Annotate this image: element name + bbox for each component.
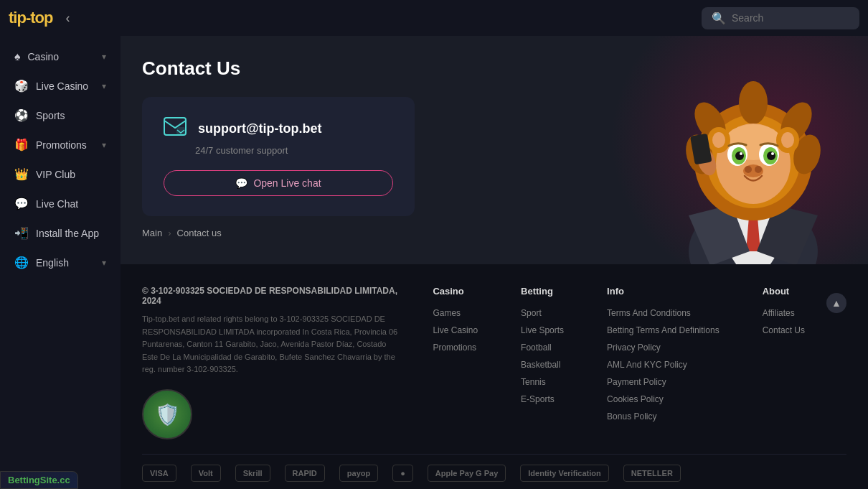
sidebar-label-live-chat: Live Chat [36, 198, 78, 210]
bettingsite-label: BettingSite.cc [8, 475, 70, 485]
footer-link[interactable]: Tennis [521, 377, 546, 387]
breadcrumb-main[interactable]: Main [142, 228, 162, 238]
chevron-icon: ▾ [102, 52, 106, 62]
bettingsite-badge: BettingSite.cc [0, 471, 78, 489]
breadcrumb: Main › Contact us [142, 216, 846, 253]
breadcrumb-current: Contact us [177, 228, 222, 238]
list-item: Sport [521, 307, 564, 318]
chat-button-label: Open Live chat [253, 177, 321, 189]
promotions-icon: 🎁 [14, 138, 29, 152]
footer-link[interactable]: Bonus Policy [607, 411, 656, 422]
language-icon: 🌐 [14, 256, 29, 269]
footer-divider [142, 454, 846, 455]
sidebar-item-casino[interactable]: ♠ Casino ▾ [4, 43, 116, 70]
logo-suffix: top [30, 9, 52, 27]
logo-prefix: tip- [9, 9, 30, 27]
footer: © 3-102-903325 SOCIEDAD DE RESPONSABILID… [121, 264, 868, 489]
svg-point-13 [739, 81, 768, 124]
footer-link[interactable]: Betting Terms And Definitions [607, 325, 720, 335]
footer-column-info: Info Terms And Conditions Betting Terms … [607, 286, 720, 439]
footer-about: © 3-102-903325 SOCIEDAD DE RESPONSABILID… [142, 286, 400, 439]
footer-link[interactable]: Promotions [433, 343, 476, 353]
sidebar: ♠ Casino ▾ 🎲 Live Casino ▾ ⚽ Sports 🎁 Pr… [0, 36, 121, 489]
sidebar-label-sports: Sports [36, 110, 65, 121]
footer-link[interactable]: Terms And Conditions [607, 308, 691, 318]
list-item: Live Sports [521, 324, 564, 335]
footer-link[interactable]: Cookies Policy [607, 394, 664, 404]
footer-col-list-about: Affiliates Contact Us [763, 307, 805, 335]
sidebar-label-install-app: Install the App [36, 228, 99, 239]
footer-link[interactable]: Games [433, 308, 461, 318]
company-description: Tip-top.bet and related rights belong to… [142, 313, 400, 376]
live-casino-icon: 🎲 [14, 79, 29, 93]
open-live-chat-button[interactable]: 💬 Open Live chat [164, 170, 393, 196]
costa-rica-seal: 🛡️ [142, 389, 192, 439]
sidebar-item-live-chat[interactable]: 💬 Live Chat [4, 190, 116, 218]
footer-top: © 3-102-903325 SOCIEDAD DE RESPONSABILID… [142, 286, 846, 439]
svg-point-20 [735, 152, 744, 160]
svg-point-21 [767, 152, 775, 160]
contact-email: support@tip-top.bet [198, 121, 322, 136]
list-item: Promotions [433, 341, 478, 353]
list-item: Cookies Policy [607, 393, 720, 404]
svg-point-22 [740, 152, 742, 155]
list-item: Privacy Policy [607, 341, 720, 353]
sidebar-label-english: English [36, 257, 69, 269]
search-input[interactable] [732, 12, 849, 24]
svg-point-26 [755, 166, 762, 173]
sidebar-label-casino: Casino [28, 51, 60, 62]
sports-icon: ⚽ [14, 108, 29, 122]
list-item: Bonus Policy [607, 410, 720, 422]
footer-links: Casino Games Live Casino Promotions Bett… [422, 286, 805, 439]
list-item: AML And KYC Policy [607, 358, 720, 370]
payment-logos: VISA Volt Skrill RAPID payop ● Apple Pay… [142, 465, 846, 482]
list-item: Basketball [521, 358, 564, 370]
payment-logo-identity: Identity Verification [520, 465, 608, 482]
footer-link[interactable]: Football [521, 343, 552, 353]
footer-link[interactable]: Payment Policy [607, 377, 666, 387]
contact-card: support@tip-top.bet 24/7 customer suppor… [142, 97, 415, 216]
footer-column-casino: Casino Games Live Casino Promotions [433, 286, 478, 439]
scroll-up-button[interactable]: ▲ [826, 293, 846, 313]
footer-link[interactable]: E-Sports [521, 394, 555, 404]
list-item: E-Sports [521, 393, 564, 404]
list-item: Live Casino [433, 324, 478, 335]
list-item: Affiliates [763, 307, 805, 318]
footer-col-list-info: Terms And Conditions Betting Terms And D… [607, 307, 720, 422]
footer-link[interactable]: Live Sports [521, 325, 564, 335]
collapse-sidebar-button[interactable]: ‹ [60, 8, 75, 29]
install-app-icon: 📲 [14, 226, 29, 240]
list-item: Terms And Conditions [607, 307, 720, 318]
company-registration: © 3-102-903325 SOCIEDAD DE RESPONSABILID… [142, 286, 400, 306]
sidebar-item-install-app[interactable]: 📲 Install the App [4, 219, 116, 247]
email-row: support@tip-top.bet [164, 117, 393, 141]
footer-col-list-betting: Sport Live Sports Football Basketball Te… [521, 307, 564, 404]
list-item: Games [433, 307, 478, 318]
footer-link[interactable]: Contact Us [763, 325, 805, 335]
sidebar-item-promotions[interactable]: 🎁 Promotions ▾ [4, 131, 116, 159]
footer-link[interactable]: AML And KYC Policy [607, 360, 687, 370]
search-bar[interactable]: 🔍 [702, 7, 859, 29]
search-icon: 🔍 [712, 11, 726, 25]
sidebar-item-live-casino[interactable]: 🎲 Live Casino ▾ [4, 72, 116, 100]
logo: tip-top [9, 9, 52, 27]
footer-link[interactable]: Affiliates [763, 308, 795, 318]
footer-link[interactable]: Basketball [521, 360, 560, 370]
casino-icon: ♠ [14, 50, 21, 63]
sidebar-item-vip-club[interactable]: 👑 VIP Club [4, 160, 116, 188]
chevron-icon: ▾ [102, 140, 106, 150]
sidebar-item-sports[interactable]: ⚽ Sports [4, 101, 116, 129]
footer-link[interactable]: Privacy Policy [607, 343, 661, 353]
svg-point-23 [771, 152, 774, 155]
payment-logo-unknown: ● [392, 465, 413, 482]
payment-logo-payop: payop [339, 465, 378, 482]
svg-point-25 [745, 166, 752, 173]
list-item: Payment Policy [607, 376, 720, 387]
footer-column-betting: Betting Sport Live Sports Football Baske… [521, 286, 564, 439]
sidebar-item-english[interactable]: 🌐 English ▾ [4, 248, 116, 276]
footer-link[interactable]: Live Casino [433, 325, 478, 335]
layout: ♠ Casino ▾ 🎲 Live Casino ▾ ⚽ Sports 🎁 Pr… [0, 36, 868, 489]
chat-button-icon: 💬 [235, 177, 247, 189]
footer-link[interactable]: Sport [521, 308, 542, 318]
payment-logo-visa: VISA [142, 465, 176, 482]
